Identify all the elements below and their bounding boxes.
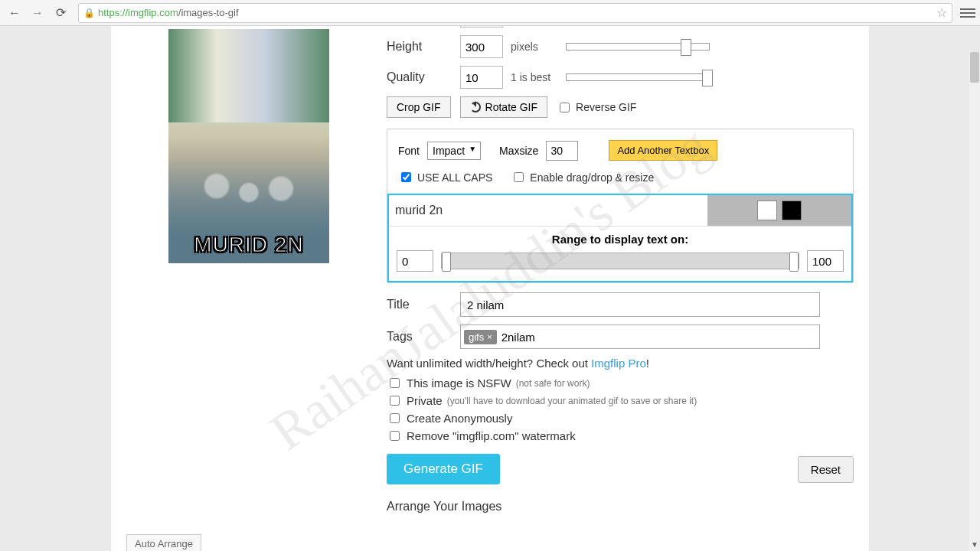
fill-color-swatch[interactable]	[757, 201, 777, 220]
maxsize-label: Maxsize	[499, 145, 538, 157]
anonymous-checkbox[interactable]: Create Anonymously	[387, 411, 854, 425]
height-input[interactable]	[460, 35, 503, 58]
range-from-input[interactable]	[397, 250, 433, 272]
height-unit: pixels	[511, 41, 547, 53]
url-host: https://imgflip.com	[98, 7, 178, 18]
gif-preview: MURID 2N	[168, 29, 329, 263]
height-label: Height	[387, 40, 460, 54]
tags-box[interactable]: gifs ×	[460, 324, 820, 349]
outline-color-swatch[interactable]	[782, 201, 802, 220]
rotate-gif-label: Rotate GIF	[485, 101, 537, 113]
quality-input[interactable]	[460, 66, 503, 89]
auto-arrange-button[interactable]: Auto Arrange	[126, 534, 201, 551]
remove-watermark-checkbox[interactable]: Remove "imgflip.com" watermark	[387, 429, 854, 443]
rotate-gif-button[interactable]: Rotate GIF	[460, 96, 547, 118]
tags-input[interactable]	[497, 331, 816, 344]
maxsize-input[interactable]	[546, 141, 578, 161]
width-input[interactable]	[460, 26, 503, 28]
textbox-entry: Range to display text on:	[387, 194, 853, 282]
crop-gif-button[interactable]: Crop GIF	[387, 96, 451, 118]
text-panel: Font Impact Maxsize Add Another Textbox …	[387, 129, 854, 283]
use-all-caps-checkbox[interactable]: USE ALL CAPS	[398, 170, 492, 184]
browser-toolbar: ← → ⟳ 🔒 https://imgflip.com/images-to-gi…	[0, 0, 980, 26]
height-slider[interactable]	[566, 43, 710, 51]
color-picker-area	[707, 195, 851, 226]
reload-button[interactable]: ⟳	[51, 3, 70, 23]
back-button[interactable]: ←	[5, 3, 24, 23]
font-label: Font	[398, 145, 420, 157]
reverse-gif-checkbox[interactable]: Reverse GIF	[557, 100, 636, 115]
imgflip-pro-link[interactable]: Imgflip Pro	[591, 357, 646, 370]
tags-label: Tags	[387, 330, 460, 344]
quality-slider[interactable]	[566, 73, 710, 81]
rotate-icon	[470, 102, 481, 112]
forward-button[interactable]: →	[28, 3, 47, 23]
range-label: Range to display text on:	[397, 233, 844, 246]
tag-remove-icon[interactable]: ×	[487, 332, 492, 341]
address-bar[interactable]: 🔒 https://imgflip.com/images-to-gif ☆	[78, 3, 952, 23]
promo-text: Want unlimited width/height? Check out I…	[387, 357, 854, 370]
tag-chip: gifs ×	[464, 330, 497, 344]
lock-icon: 🔒	[83, 8, 95, 18]
quality-hint: 1 is best	[511, 71, 558, 83]
scrollbar[interactable]: ▲ ▼	[969, 52, 980, 551]
font-select[interactable]: Impact	[427, 142, 481, 160]
title-input[interactable]	[460, 292, 820, 317]
generate-gif-button[interactable]: Generate GIF	[387, 454, 500, 484]
range-to-input[interactable]	[807, 250, 844, 272]
reset-button[interactable]: Reset	[798, 456, 854, 483]
scroll-down-icon[interactable]: ▼	[969, 540, 980, 551]
url-path: /images-to-gif	[178, 7, 239, 18]
nsfw-checkbox[interactable]: This image is NSFW (not safe for work)	[387, 376, 854, 390]
range-slider[interactable]	[441, 253, 799, 269]
add-textbox-button[interactable]: Add Another Textbox	[609, 140, 717, 161]
caption-text-input[interactable]	[389, 195, 707, 226]
enable-dragdrop-checkbox[interactable]: Enable drag/drop & resize	[511, 170, 654, 184]
bookmark-icon[interactable]: ☆	[936, 5, 947, 20]
caption-overlay: MURID 2N	[194, 233, 303, 257]
menu-icon[interactable]	[960, 8, 975, 18]
title-label: Title	[387, 298, 460, 311]
scrollbar-thumb[interactable]	[970, 52, 979, 83]
quality-label: Quality	[387, 70, 460, 84]
private-checkbox[interactable]: Private (you'll have to download your an…	[387, 393, 854, 408]
arrange-heading: Arrange Your Images	[387, 500, 854, 514]
